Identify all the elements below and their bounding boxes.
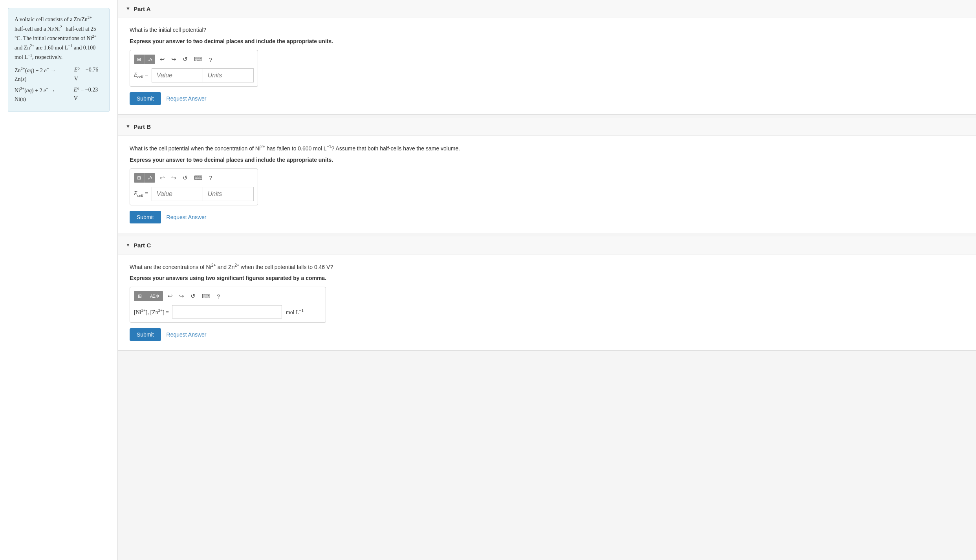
part-c-redo-btn[interactable]: ↪ [177, 291, 187, 301]
part-a-instruction: Express your answer to two decimal place… [130, 38, 964, 44]
part-a-grid-btn[interactable]: ⊞ [134, 55, 145, 64]
part-c-title: Part C [134, 242, 151, 249]
part-c-question: What are the concentrations of Ni2+ and … [130, 262, 964, 271]
part-c-toolbar: ⊞ ΑΣΦ ↩ ↪ ↺ ⌨ ? [134, 291, 322, 301]
equation2-right: E° = −0.23 V [74, 86, 103, 104]
part-c-conc-label: [Ni2+], [Zn2+] = [134, 308, 169, 316]
grid-icon-b: ⊞ [137, 175, 141, 181]
equation2-left: Ni2+(aq) + 2 e− → Ni(s) [15, 86, 68, 104]
chevron-b-icon: ▼ [126, 124, 130, 130]
part-b-action-row: Submit Request Answer [130, 211, 964, 223]
part-b-instruction: Express your answer to two decimal place… [130, 157, 964, 163]
part-c-help-btn[interactable]: ? [214, 291, 222, 301]
part-a-keyboard-btn[interactable]: ⌨ [192, 54, 205, 64]
part-a-input-row: Ecell = [134, 68, 254, 82]
part-a-value-input[interactable] [152, 68, 203, 82]
part-b-value-input[interactable] [152, 187, 203, 201]
part-c-input-row: [Ni2+], [Zn2+] = mol L−1 [134, 305, 322, 318]
part-a-units-input[interactable] [203, 68, 254, 82]
left-panel: A voltaic cell consists of a Zn/Zn2+ hal… [0, 0, 118, 560]
equations: Zn2+(aq) + 2 e− → Zn(s) E° = −0.76 V Ni2… [15, 66, 103, 104]
part-b-format-group: ⊞ ₐA [134, 173, 155, 183]
part-c-refresh-btn[interactable]: ↺ [188, 291, 198, 301]
part-a-submit-button[interactable]: Submit [130, 92, 161, 105]
part-c-symbol-btn[interactable]: ΑΣΦ [146, 291, 163, 301]
equation-row-1: Zn2+(aq) + 2 e− → Zn(s) E° = −0.76 V [15, 66, 103, 84]
part-b-grid-btn[interactable]: ⊞ [134, 173, 145, 183]
equation1-right: E° = −0.76 V [74, 66, 103, 84]
part-a-ecell-label: Ecell = [134, 72, 148, 79]
part-b-submit-button[interactable]: Submit [130, 211, 161, 223]
alpha-icon: ₐA [148, 57, 152, 62]
part-b-answer-box: ⊞ ₐA ↩ ↪ ↺ ⌨ ? Ecell = [130, 168, 258, 205]
part-a-help-btn[interactable]: ? [207, 55, 214, 64]
intro-text: A voltaic cell consists of a Zn/Zn2+ hal… [15, 15, 103, 62]
part-b-request-link[interactable]: Request Answer [167, 214, 207, 220]
part-c-instruction: Express your answers using two significa… [130, 275, 964, 281]
part-c-body: What are the concentrations of Ni2+ and … [118, 254, 976, 351]
chevron-c-icon: ▼ [126, 242, 130, 248]
part-c-action-row: Submit Request Answer [130, 328, 964, 341]
page-layout: A voltaic cell consists of a Zn/Zn2+ hal… [0, 0, 976, 560]
alpha-icon-b: ₐA [148, 175, 152, 180]
part-c-section: ▼ Part C What are the concentrations of … [118, 236, 976, 351]
part-a-format-group: ⊞ ₐA [134, 55, 155, 64]
part-a-request-link[interactable]: Request Answer [167, 95, 207, 102]
part-b-body: What is the cell potential when the conc… [118, 136, 976, 233]
part-b-redo-btn[interactable]: ↪ [169, 173, 179, 183]
part-b-refresh-btn[interactable]: ↺ [180, 173, 190, 183]
part-b-help-btn[interactable]: ? [207, 173, 214, 183]
part-c-header[interactable]: ▼ Part C [118, 236, 976, 254]
part-c-keyboard-btn[interactable]: ⌨ [200, 291, 213, 301]
part-b-title: Part B [134, 123, 151, 130]
part-c-conc-input[interactable] [172, 305, 282, 318]
grid-icon: ⊞ [137, 57, 141, 62]
equation-row-2: Ni2+(aq) + 2 e− → Ni(s) E° = −0.23 V [15, 86, 103, 104]
chevron-a-icon: ▼ [126, 6, 130, 12]
part-a-toolbar: ⊞ ₐA ↩ ↪ ↺ ⌨ ? [134, 54, 254, 64]
part-b-question: What is the cell potential when the conc… [130, 144, 964, 153]
part-b-input-row: Ecell = [134, 187, 254, 201]
part-b-symbol-btn[interactable]: ₐA [145, 173, 155, 183]
part-c-request-link[interactable]: Request Answer [167, 331, 207, 338]
part-b-header[interactable]: ▼ Part B [118, 118, 976, 136]
equation1-left: Zn2+(aq) + 2 e− → Zn(s) [15, 66, 68, 84]
grid-icon-c: ⊞ [138, 293, 142, 299]
part-a-body: What is the initial cell potential? Expr… [118, 18, 976, 114]
part-b-keyboard-btn[interactable]: ⌨ [192, 173, 205, 183]
part-b-toolbar: ⊞ ₐA ↩ ↪ ↺ ⌨ ? [134, 173, 254, 183]
part-a-question: What is the initial cell potential? [130, 26, 964, 34]
part-c-format-group: ⊞ ΑΣΦ [134, 291, 163, 301]
part-c-undo-btn[interactable]: ↩ [165, 291, 175, 301]
part-c-grid-btn[interactable]: ⊞ [134, 291, 146, 301]
part-a-answer-box: ⊞ ₐA ↩ ↪ ↺ ⌨ ? Ecell = [130, 50, 258, 87]
info-box: A voltaic cell consists of a Zn/Zn2+ hal… [8, 8, 110, 112]
part-a-title: Part A [134, 5, 151, 12]
part-a-action-row: Submit Request Answer [130, 92, 964, 105]
part-c-mol-unit: mol L−1 [286, 308, 304, 316]
part-b-units-input[interactable] [203, 187, 254, 201]
part-c-answer-box: ⊞ ΑΣΦ ↩ ↪ ↺ ⌨ ? [ [130, 287, 326, 323]
part-a-header[interactable]: ▼ Part A [118, 0, 976, 18]
part-a-undo-btn[interactable]: ↩ [157, 54, 167, 64]
part-a-symbol-btn[interactable]: ₐA [145, 55, 155, 64]
part-a-redo-btn[interactable]: ↪ [169, 54, 179, 64]
part-a-section: ▼ Part A What is the initial cell potent… [118, 0, 976, 115]
part-b-ecell-label: Ecell = [134, 190, 148, 198]
alpha-icon-c: ΑΣΦ [150, 294, 159, 298]
part-b-undo-btn[interactable]: ↩ [157, 173, 167, 183]
part-c-submit-button[interactable]: Submit [130, 328, 161, 341]
right-panel: ▼ Part A What is the initial cell potent… [118, 0, 976, 560]
part-a-refresh-btn[interactable]: ↺ [180, 54, 190, 64]
part-b-section: ▼ Part B What is the cell potential when… [118, 118, 976, 233]
